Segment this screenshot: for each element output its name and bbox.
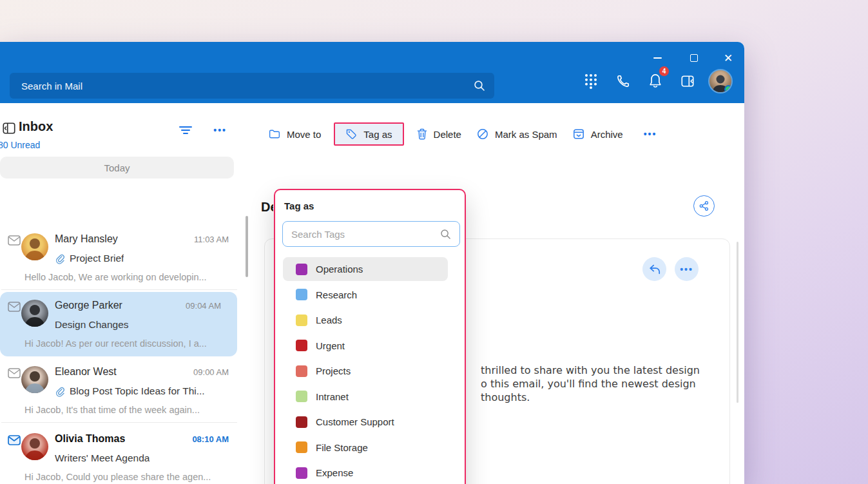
notification-count-badge: 4 [659, 66, 670, 77]
delete-label: Delete [434, 129, 461, 140]
tag-option[interactable]: Urgent [275, 333, 465, 359]
message-body: thrilled to share with you the latest de… [481, 363, 700, 404]
minimize-icon [653, 57, 662, 59]
filter-sort-icon[interactable] [178, 125, 193, 135]
maximize-button[interactable] [681, 48, 707, 68]
tag-list: Operations Research Leads Urgent Project… [275, 257, 465, 484]
email-sender: Olivia Thomas [55, 433, 125, 445]
email-preview: Hello Jacob, We are working on developin… [24, 272, 207, 282]
tag-label: File Storage [316, 442, 368, 453]
maximize-icon [690, 54, 698, 62]
body-line: thrilled to share with you the latest de… [481, 363, 700, 377]
sidebar-scrollbar[interactable] [246, 216, 248, 277]
tag-option[interactable]: Intranet [275, 384, 465, 410]
email-time: 09:00 AM [193, 367, 229, 377]
archive-icon [573, 128, 584, 140]
tag-option[interactable]: Leads [275, 307, 465, 333]
mail-app-window: ✕ Search in Mail [0, 42, 744, 484]
tag-color-swatch [296, 340, 307, 351]
move-to-label: Move to [287, 129, 321, 140]
tag-label: Customer Support [316, 416, 394, 427]
archive-button[interactable]: Archive [565, 122, 631, 146]
folder-icon [269, 129, 280, 139]
email-row-selected[interactable]: George Parker 09:04 AM Design Changes Hi… [0, 292, 237, 356]
tag-option[interactable]: Expense [275, 460, 465, 484]
search-icon [474, 80, 485, 92]
sender-avatar [21, 233, 48, 260]
content-scrollbar[interactable] [737, 242, 738, 403]
sender-avatar [21, 366, 48, 393]
email-time: 09:04 AM [186, 301, 221, 311]
message-more-button[interactable]: ••• [675, 257, 699, 281]
share-icon [699, 200, 709, 211]
search-input[interactable]: Search in Mail [10, 73, 494, 99]
share-button[interactable] [693, 195, 715, 217]
tag-color-swatch [296, 264, 307, 275]
panel-toggle-icon [680, 74, 695, 88]
reply-button[interactable] [642, 257, 666, 281]
email-sender: Eleanor West [55, 366, 117, 378]
sender-avatar [21, 433, 48, 460]
unread-envelope-icon [8, 435, 21, 445]
tag-label: Expense [316, 467, 353, 478]
message-more-icon: ••• [680, 264, 693, 275]
panel-toggle-button[interactable] [676, 70, 699, 93]
body-line: o this email, you'll find the newest des… [481, 377, 700, 391]
spam-block-icon [477, 128, 488, 140]
tag-option[interactable]: File Storage [275, 435, 465, 461]
tag-search-placeholder: Search Tags [291, 229, 440, 240]
tag-color-swatch [296, 289, 307, 300]
close-button[interactable]: ✕ [715, 48, 741, 68]
collapse-panel-icon[interactable] [2, 121, 16, 135]
tag-as-button[interactable]: Tag as [334, 122, 403, 146]
email-preview: Hi Jacob, Could you please share the age… [24, 472, 211, 482]
toolbar-more-button[interactable]: ••• [631, 123, 665, 145]
apps-dialpad-button[interactable] [579, 70, 603, 93]
attachment-icon [55, 386, 65, 397]
tag-label: Intranet [316, 391, 349, 402]
email-row[interactable]: Mary Hansley 11:03 AM Project Brief Hell… [0, 226, 245, 290]
mail-list-panel: Inbox 80 Unread ••• Today Mary Hans [0, 103, 253, 484]
email-sender: Mary Hansley [55, 233, 118, 245]
tag-color-swatch [296, 441, 307, 453]
email-subject: Blog Post Topic Ideas for Thi... [70, 385, 205, 397]
unread-count: 80 Unread [0, 140, 40, 150]
read-envelope-icon [8, 368, 21, 378]
list-more-icon[interactable]: ••• [213, 125, 227, 135]
tag-icon [345, 128, 357, 140]
presence-status-dot [724, 85, 733, 93]
tag-as-dropdown: Tag as Search Tags Operations Research L… [274, 189, 466, 484]
minimize-button[interactable] [644, 48, 670, 68]
tag-option[interactable]: Operations [275, 257, 465, 282]
date-section-header: Today [0, 157, 234, 179]
archive-label: Archive [591, 129, 623, 140]
tag-label: Projects [316, 365, 351, 376]
tag-option[interactable]: Research [275, 282, 465, 308]
tag-color-swatch [296, 467, 307, 479]
read-envelope-icon [8, 235, 21, 246]
email-preview: Hi Jacob, It's that time of the week aga… [24, 405, 200, 415]
search-placeholder: Search in Mail [21, 81, 474, 92]
email-row-unread[interactable]: Olivia Thomas 08:10 AM Writers' Meet Age… [0, 425, 245, 484]
titlebar: ✕ Search in Mail [0, 42, 744, 103]
close-icon: ✕ [724, 53, 733, 64]
tag-color-swatch [296, 315, 307, 326]
delete-button[interactable]: Delete [409, 122, 469, 146]
tag-dropdown-title: Tag as [284, 200, 314, 211]
tag-option[interactable]: Projects [275, 358, 465, 384]
tag-search-input[interactable]: Search Tags [282, 221, 460, 247]
email-sender: George Parker [55, 300, 122, 311]
tag-as-label: Tag as [363, 129, 392, 140]
trash-icon [417, 128, 427, 140]
mark-as-spam-button[interactable]: Mark as Spam [469, 122, 565, 146]
move-to-button[interactable]: Move to [261, 123, 329, 146]
user-avatar[interactable] [708, 69, 733, 93]
email-time: 08:10 AM [192, 434, 229, 444]
email-row[interactable]: Eleanor West 09:00 AM Blog Post Topic Id… [0, 358, 245, 423]
row-divider [1, 289, 237, 290]
tag-option[interactable]: Customer Support [275, 409, 465, 435]
body-line: thoughts. [481, 391, 700, 404]
notifications-button[interactable]: 4 [644, 70, 667, 93]
tag-color-swatch [296, 416, 307, 428]
phone-button[interactable] [612, 70, 635, 93]
